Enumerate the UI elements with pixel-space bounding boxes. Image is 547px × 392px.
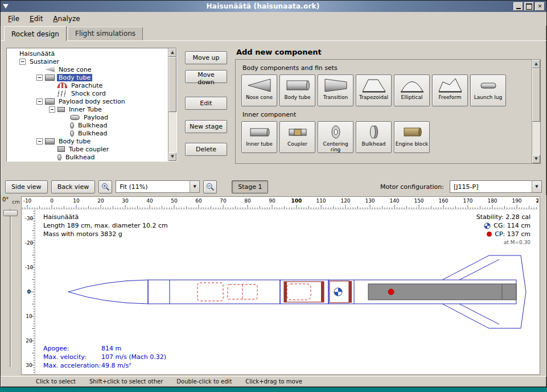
move-down-button[interactable]: Move down <box>185 70 227 83</box>
bulkhead-outline[interactable] <box>349 281 352 303</box>
body-tube-outline[interactable] <box>148 280 280 304</box>
scrollbar-thumb[interactable] <box>168 57 176 112</box>
add-launch-lug-button[interactable]: Launch lug <box>470 75 506 106</box>
hint-click-select: Click to select <box>36 378 76 385</box>
tree-item-shock-cord[interactable]: Shock cord <box>7 89 168 97</box>
tab-flight-simulations[interactable]: Flight simulations <box>68 27 143 40</box>
add-engine-block-button[interactable]: Engine block <box>394 121 430 153</box>
motor-configuration-select[interactable]: [J115-P] ▼ <box>450 180 542 193</box>
collapse-icon[interactable] <box>19 59 26 65</box>
tab-rocket-design[interactable]: Rocket design <box>4 26 67 41</box>
bulkhead-icon <box>57 154 61 160</box>
parachute-outline[interactable] <box>198 283 223 301</box>
maximize-button[interactable] <box>524 2 534 11</box>
add-trapezoidal-fin-button[interactable]: Trapezoidal <box>356 75 392 106</box>
zoom-in-icon <box>101 182 110 192</box>
collapse-icon[interactable] <box>49 106 55 113</box>
add-freeform-fin-button[interactable]: Freeform <box>432 75 468 106</box>
hint-double-click: Double-click to edit <box>176 378 232 385</box>
menu-edit[interactable]: Edit <box>24 13 48 24</box>
add-coupler-button[interactable]: Coupler <box>279 121 315 153</box>
rotation-slider-handle[interactable] <box>3 210 18 216</box>
rotation-value: 0° <box>2 196 9 203</box>
rocket-canvas[interactable]: Haisunäätä Length 189 cm, max. diameter … <box>35 209 538 374</box>
inner-component-buttons: Inner tube Coupler Centering ring Bulkhe… <box>241 121 528 153</box>
zoom-out-button[interactable] <box>203 180 217 193</box>
rotation-control: 0° cm <box>1 195 21 376</box>
svg-text:200: 200 <box>536 198 538 204</box>
minimize-button[interactable] <box>513 2 523 11</box>
tree-item-inner-tube[interactable]: Inner Tube <box>7 105 168 113</box>
svg-text:10: 10 <box>73 198 80 204</box>
zoom-level-select[interactable]: Fit (11%) ▼ <box>116 180 200 193</box>
svg-text:40: 40 <box>146 198 153 204</box>
tree-item-nose-cone[interactable]: Nose cone <box>7 65 168 73</box>
inner-tube-outline[interactable] <box>284 282 324 302</box>
delete-button[interactable]: Delete <box>185 143 227 156</box>
nose-cone-outline[interactable] <box>68 280 148 304</box>
add-body-tube-button[interactable]: Body tube <box>279 75 315 106</box>
collapse-icon[interactable] <box>36 98 43 105</box>
svg-text:70: 70 <box>220 198 227 204</box>
view-toolbar: Side view Back view Fit (11%) ▼ Stage 1 … <box>1 178 546 195</box>
bulkhead-outline[interactable] <box>284 282 287 302</box>
tree-item-bulkhead[interactable]: Bulkhead <box>7 121 168 129</box>
coupler-icon <box>285 123 310 141</box>
cp-value: CP: 137 cm <box>495 230 530 238</box>
inner-component-label: Inner component <box>242 111 528 118</box>
add-inner-tube-button[interactable]: Inner tube <box>241 121 277 153</box>
collapse-icon[interactable] <box>36 138 43 145</box>
tree-item-bulkhead[interactable]: Bulkhead <box>7 129 168 137</box>
close-button[interactable] <box>535 2 545 11</box>
svg-text:110: 110 <box>316 198 326 204</box>
tab-bar: Rocket design Flight simulations <box>1 26 546 40</box>
openrocket-window: Haisunäätä (haisunaata.ork) File Edit An… <box>0 0 547 387</box>
svg-text:60: 60 <box>195 198 202 204</box>
title-bar[interactable]: Haisunäätä (haisunaata.ork) <box>1 1 546 12</box>
tree-item-body-tube-aft[interactable]: Body tube <box>7 137 168 145</box>
motor-configuration-label: Motor configuration: <box>380 183 444 191</box>
scroll-up-icon[interactable]: ▲ <box>532 60 540 68</box>
collapse-icon[interactable] <box>36 75 43 81</box>
add-elliptical-fin-button[interactable]: Elliptical <box>394 75 430 106</box>
tree-item-body-tube[interactable]: Body tube <box>7 73 168 81</box>
apogee-value: 814 m <box>101 344 121 353</box>
freeform-fin-icon <box>438 77 463 94</box>
tree-item-payload-body-section[interactable]: Payload body section <box>7 97 168 105</box>
new-stage-button[interactable]: New stage <box>185 120 227 133</box>
move-up-button[interactable]: Move up <box>185 51 227 64</box>
svg-text:20: 20 <box>97 198 104 204</box>
tree-scrollbar: ▲ ▼ <box>168 48 176 161</box>
tree-item-rocket[interactable]: Haisunäätä <box>7 49 168 57</box>
tree-item-sustainer[interactable]: Sustainer <box>7 57 168 65</box>
tree-item-payload[interactable]: Payload <box>7 113 168 121</box>
back-view-button[interactable]: Back view <box>51 180 96 193</box>
scroll-up-icon[interactable]: ▲ <box>168 48 176 57</box>
svg-text:170: 170 <box>463 198 472 204</box>
edit-button[interactable]: Edit <box>185 97 227 110</box>
rocket-dimensions: Length 189 cm, max. diameter 10.2 cm <box>43 221 168 230</box>
tree-item-parachute[interactable]: Parachute <box>7 81 168 89</box>
rotation-slider-track[interactable] <box>10 209 11 367</box>
add-nose-cone-button[interactable]: Nose cone <box>241 75 277 106</box>
tree-action-buttons: Move up Move down Edit New stage Delete <box>185 48 227 172</box>
menu-file[interactable]: File <box>3 13 24 24</box>
scrollbar-thumb[interactable] <box>532 68 540 122</box>
scroll-down-icon[interactable]: ▼ <box>168 152 176 161</box>
chevron-down-icon[interactable]: ▼ <box>532 181 541 192</box>
svg-text:80: 80 <box>244 198 251 204</box>
zoom-in-button[interactable] <box>98 180 112 193</box>
tree-item-bulkhead-aft[interactable]: Bulkhead <box>7 153 168 161</box>
payload-outline[interactable] <box>287 284 311 300</box>
window-menu-icon[interactable] <box>2 3 10 10</box>
side-view-button[interactable]: Side view <box>5 180 48 193</box>
add-transition-button[interactable]: Transition <box>318 75 353 106</box>
chevron-down-icon[interactable]: ▼ <box>190 181 199 192</box>
add-bulkhead-button[interactable]: Bulkhead <box>356 121 392 153</box>
add-centering-ring-button[interactable]: Centering ring <box>318 121 353 153</box>
stage-1-toggle[interactable]: Stage 1 <box>232 180 268 193</box>
menu-analyze[interactable]: Analyze <box>48 13 85 24</box>
tree-item-tube-coupler[interactable]: Tube coupler <box>7 145 168 153</box>
bulkhead-outline[interactable] <box>321 282 324 302</box>
scroll-down-icon[interactable]: ▼ <box>532 155 540 163</box>
